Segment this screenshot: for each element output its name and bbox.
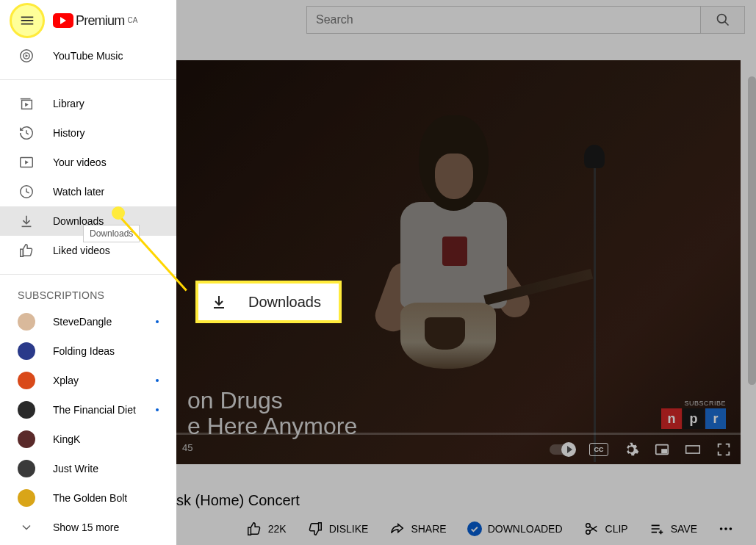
new-content-dot [156, 320, 159, 323]
channel-item[interactable]: KingK [0, 425, 176, 454]
search-button[interactable] [701, 6, 745, 34]
channel-name: The Financial Diet [53, 404, 156, 416]
sidebar-label: Watch later [53, 186, 104, 198]
channel-item[interactable]: The Golden Bolt [0, 483, 176, 513]
search-icon [716, 12, 730, 27]
sidebar[interactable]: YouTube Music Library History Your video… [0, 41, 176, 545]
callout: Downloads [195, 281, 342, 323]
download-icon [18, 212, 35, 230]
sidebar-label: YouTube Music [53, 50, 123, 62]
channel-name: The Golden Bolt [53, 492, 159, 504]
sidebar-item-your-videos[interactable]: Your videos [0, 148, 176, 177]
your-videos-icon [18, 154, 35, 171]
channel-item[interactable]: Xplay [0, 366, 176, 395]
channel-avatar [18, 460, 35, 477]
sidebar-item-ytmusic[interactable]: YouTube Music [0, 41, 176, 71]
subscriptions-header: SUBSCRIPTIONS [0, 284, 176, 307]
divider [0, 274, 176, 275]
svg-point-0 [717, 15, 726, 24]
svg-line-1 [724, 22, 728, 26]
channel-avatar [18, 489, 35, 507]
channel-avatar [18, 342, 35, 360]
search [306, 6, 745, 34]
watch-later-icon [18, 183, 35, 201]
channel-item[interactable]: Folding Ideas [0, 336, 176, 366]
sidebar-item-library[interactable]: Library [0, 89, 176, 118]
channel-avatar [18, 401, 35, 419]
download-icon [210, 293, 228, 311]
sidebar-label: Library [53, 98, 84, 109]
divider [0, 79, 176, 80]
premium-label: Premium [76, 13, 124, 29]
sidebar-show-more[interactable]: Show 15 more [0, 513, 176, 542]
sidebar-label: Your videos [53, 156, 107, 168]
highlight-dot [112, 206, 125, 220]
channel-name: Folding Ideas [53, 345, 159, 357]
hamburger-icon [19, 12, 35, 29]
sidebar-item-watch-later[interactable]: Watch later [0, 177, 176, 206]
chevron-down-icon [18, 519, 35, 536]
country-code: CA [127, 16, 137, 24]
youtube-icon [53, 13, 73, 28]
channel-name: SteveDangle [53, 316, 156, 328]
library-icon [18, 95, 35, 112]
channel-item[interactable]: SteveDangle [0, 307, 176, 336]
channel-avatar [18, 313, 35, 331]
channel-item[interactable]: The Financial Diet [0, 395, 176, 425]
logo[interactable]: Premium CA [53, 13, 137, 29]
sidebar-label: History [53, 127, 85, 139]
channel-item[interactable]: Just Write [0, 454, 176, 483]
channel-avatar [18, 430, 35, 448]
search-input[interactable] [306, 6, 701, 34]
ytmusic-icon [18, 47, 35, 65]
sidebar-label: Liked videos [53, 245, 110, 256]
new-content-dot [156, 408, 159, 411]
channel-name: KingK [53, 433, 159, 445]
hamburger-button[interactable] [10, 3, 45, 38]
liked-icon [18, 242, 35, 259]
sidebar-label: Show 15 more [53, 521, 119, 533]
new-content-dot [156, 379, 159, 382]
callout-label: Downloads [248, 294, 321, 311]
channel-name: Xplay [53, 375, 156, 386]
sidebar-item-history[interactable]: History [0, 118, 176, 148]
channel-name: Just Write [53, 463, 159, 474]
channel-avatar [18, 372, 35, 389]
history-icon [18, 124, 35, 142]
